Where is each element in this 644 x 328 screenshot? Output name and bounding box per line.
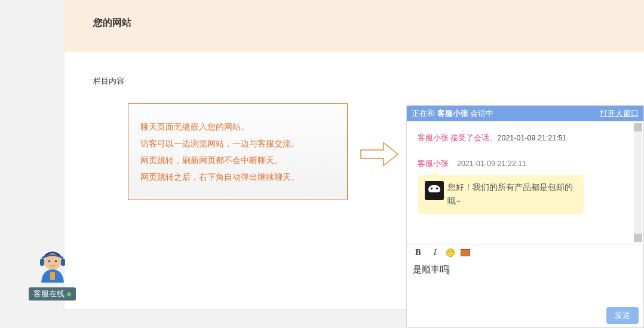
agent-avatar-icon (34, 248, 71, 285)
svg-point-4 (48, 260, 50, 262)
editor-toolbar: B I (407, 244, 643, 260)
accepted-text: 接受了会话。 (449, 134, 497, 142)
chat-messages[interactable]: 客服小张 接受了会话。2021-01-09 21:21:51 客服小张2021-… (407, 121, 643, 244)
svg-point-5 (54, 260, 56, 262)
svg-rect-2 (40, 259, 44, 266)
info-line: 网页跳转之后，右下角自动弹出继续聊天。 (140, 168, 335, 185)
scroll-up-icon[interactable] (634, 123, 642, 131)
italic-button[interactable]: I (430, 247, 440, 258)
info-box: 聊天页面无缝嵌入您的网站。 访客可以一边浏览网站，一边与客服交流。 网页跳转，刷… (128, 103, 348, 200)
online-dot-icon (67, 292, 71, 296)
agent-label-text: 客服在线 (33, 289, 65, 299)
image-button[interactable] (461, 249, 470, 256)
agent-name: 客服小张 (418, 134, 449, 142)
message-input[interactable]: 是顺丰吗 (407, 260, 643, 305)
chat-widget: 正在和 客服小张 会话中 打开大窗口 客服小张 接受了会话。2021-01-09… (406, 105, 644, 328)
section-label: 栏目内容 (93, 76, 615, 87)
info-line: 网页跳转，刷新网页都不会中断聊天。 (140, 152, 335, 168)
chat-title: 正在和 客服小张 会话中 (412, 108, 493, 119)
page-header: 您的网站 (65, 0, 644, 52)
send-row: 发送 (407, 305, 643, 327)
compose-text: 是顺丰吗 (413, 265, 449, 274)
open-big-window-link[interactable]: 打开大窗口 (600, 108, 639, 119)
scroll-down-icon[interactable] (634, 234, 642, 242)
emoji-button[interactable] (446, 249, 455, 257)
chat-agent-name: 客服小张 (437, 109, 468, 118)
chat-header: 正在和 客服小张 会话中 打开大窗口 (407, 106, 643, 121)
info-line: 聊天页面无缝嵌入您的网站。 (140, 118, 335, 135)
scrollbar[interactable] (634, 122, 642, 243)
svg-rect-3 (61, 259, 65, 266)
message-time: 2021-01-09 21:22:11 (457, 160, 526, 168)
info-line: 访客可以一边浏览网站，一边与客服交流。 (140, 135, 335, 152)
system-message: 客服小张 接受了会话。2021-01-09 21:21:51 (418, 133, 633, 143)
page-title: 您的网站 (93, 17, 615, 29)
panda-avatar-icon (425, 181, 444, 200)
floating-agent[interactable]: 客服在线 (29, 248, 76, 301)
agent-name: 客服小张 (418, 160, 449, 168)
system-time: 2021-01-09 21:21:51 (497, 134, 566, 142)
svg-rect-1 (50, 272, 55, 280)
arrow-icon (360, 140, 399, 168)
bold-button[interactable]: B (413, 247, 424, 258)
message-text: 您好！我们的所有产品都是包邮的哦~ (447, 181, 576, 209)
send-button[interactable]: 发送 (606, 307, 639, 324)
message-header: 客服小张2021-01-09 21:22:11 (418, 159, 633, 169)
message-bubble: 您好！我们的所有产品都是包邮的哦~ (418, 175, 584, 214)
agent-status-label: 客服在线 (29, 287, 76, 301)
